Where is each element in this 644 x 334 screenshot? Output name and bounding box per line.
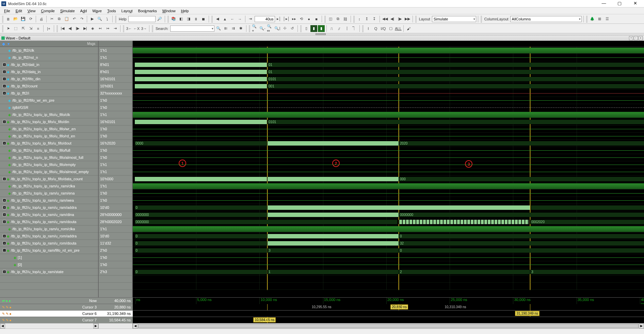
cursor3-track[interactable]: 10,295.55 ns 20,880 ns 10,310.349 ns xyxy=(133,304,644,310)
library-icon[interactable]: 📚 xyxy=(170,16,177,22)
menu-file[interactable]: File xyxy=(1,8,13,14)
break-icon[interactable]: ⏸ xyxy=(193,16,199,22)
prev-edge-icon[interactable]: ◀| xyxy=(389,16,396,22)
compile-icon[interactable]: ▶ xyxy=(89,16,96,22)
menu-compile[interactable]: Compile xyxy=(38,8,57,14)
expand-toggle-icon[interactable]: + xyxy=(3,270,6,273)
new-icon[interactable]: 🗎 xyxy=(5,16,12,22)
back-icon[interactable]: ◀ xyxy=(214,16,221,22)
signal-row[interactable]: +◆/tb_ip_fft2/u_top/u_ip_ram/u_rom/douta xyxy=(0,240,98,247)
analog-4-icon[interactable]: ⏋ xyxy=(351,25,358,32)
right-icon[interactable]: → xyxy=(237,16,243,22)
search-clear-icon[interactable]: ✱ xyxy=(238,25,244,32)
cut-icon[interactable]: ✂ xyxy=(48,16,55,22)
signal-row[interactable]: +◆/tb_ip_fft2/fifo_din xyxy=(0,76,98,83)
wave-dock-button[interactable]: + xyxy=(629,36,633,40)
signal-row[interactable]: +◆/tb_ip_fft2/count xyxy=(0,83,98,90)
detail-icon[interactable]: ☰ xyxy=(604,16,611,22)
signal-row[interactable]: +◆/tb_ip_fft2/u_top/u_ip_ram/u_rom/addra xyxy=(0,233,98,240)
pointer-icon[interactable]: ➤ xyxy=(5,25,12,32)
open-icon[interactable]: 📂 xyxy=(12,16,19,22)
cursor7-row[interactable]: ✎ ✎ ●Cursor 7 10,584.45 ns 10,584.45 ns xyxy=(0,317,644,323)
signal-row[interactable]: ◆/tb_ip_fft2/clk xyxy=(0,47,98,54)
layout-combo[interactable]: Simulate xyxy=(432,16,476,22)
toolbar-grip[interactable] xyxy=(57,25,58,32)
scroll-left-arrow-icon[interactable]: ◀ xyxy=(0,323,5,329)
expand-toggle-icon[interactable]: + xyxy=(3,199,6,202)
float-icon[interactable]: ⧉ xyxy=(335,16,341,22)
zoom-in-icon[interactable]: 🔍+ xyxy=(252,25,258,32)
menu-bookmarks[interactable]: Bookmarks xyxy=(135,8,160,14)
signal-row[interactable]: ◆[1] xyxy=(0,254,98,261)
waveview-1-icon[interactable]: ▯ xyxy=(303,25,310,32)
toolbar-grip[interactable] xyxy=(152,25,153,32)
zoom-sel-icon[interactable]: ☩ xyxy=(281,25,288,32)
reload-icon[interactable]: ⟳ xyxy=(27,16,34,22)
search-combo[interactable] xyxy=(170,26,214,32)
goto-icon[interactable]: ⇥ xyxy=(112,25,118,32)
search-next-icon[interactable]: ⇉ xyxy=(230,25,237,32)
menu-view[interactable]: View xyxy=(25,8,38,14)
zoom-cursor-icon[interactable]: 🔍| xyxy=(274,25,281,32)
zoom-last-icon[interactable]: ↺ xyxy=(289,25,296,32)
center-cursor-icon[interactable]: ◈ xyxy=(89,25,96,32)
up-icon[interactable]: ▲ xyxy=(222,16,228,22)
toggle-q-icon[interactable]: Q xyxy=(372,25,379,32)
jump-next-edge-icon[interactable]: |▶ xyxy=(74,25,81,32)
expand-toggle-icon[interactable]: + xyxy=(3,206,6,209)
signal-row[interactable]: +◆/tb_ip_fft2/u_top/u_ip_fifo/u_fifo/dou… xyxy=(0,140,98,147)
signal-row[interactable]: +◆/tb_ip_fft2/u_top/u_ip_fifo/u_fifo/din xyxy=(0,118,98,126)
column-layout-combo[interactable]: AllColumns xyxy=(510,16,582,22)
signal-row[interactable]: ◆/tb_ip_fft2/u_top/u_ip_fifo/u_fifo/almo… xyxy=(0,168,98,176)
cursor6-row[interactable]: ✎ ✎ ●Cursor 6 31,190.349 ns 31,190.349 n… xyxy=(0,310,644,317)
next-ann-icon[interactable]: ↣ xyxy=(104,25,111,32)
toolbar-grip[interactable] xyxy=(123,25,124,32)
menu-wave[interactable]: Wave xyxy=(90,8,104,14)
expand-toggle-icon[interactable]: + xyxy=(3,70,6,73)
edge3-icon[interactable]: ≡ xyxy=(35,25,42,32)
signal-row[interactable]: ◆/tb_ip_fft2/u_top/u_ip_ram/u_ram/clka xyxy=(0,183,98,190)
analog-1-icon[interactable]: ⎍ xyxy=(328,25,335,32)
signal-row[interactable]: +◆/tb_ip_fft2/u_top/u_ip_ram/u_ram/addra xyxy=(0,204,98,211)
toolbar-scroll-thumb[interactable] xyxy=(316,33,326,35)
menu-add[interactable]: Add xyxy=(78,8,90,14)
toggle-all-icon[interactable]: ALL xyxy=(395,25,402,32)
save-icon[interactable]: 💾 xyxy=(20,16,27,22)
help-input[interactable] xyxy=(128,16,156,22)
minimize-button[interactable]: — xyxy=(599,0,609,7)
break2-icon[interactable]: ● xyxy=(306,16,312,22)
signal-row[interactable]: ◆/tb_ip_fft2/u_top/u_ip_fifo/u_fifo/clk xyxy=(0,111,98,118)
signal-row[interactable]: -◆/tb_ip_fft2/u_top/u_ip_ram/fifo_rd_en_… xyxy=(0,247,98,254)
signal-row[interactable]: ◆/tb_ip_fft2/u_top/u_ip_fifo/u_fifo/empt… xyxy=(0,161,98,168)
left-icon[interactable]: ← xyxy=(229,16,236,22)
sim-icon[interactable]: ◨ xyxy=(185,16,192,22)
edge2-icon[interactable]: ⇲ xyxy=(27,25,34,32)
toolbar-grip[interactable] xyxy=(300,25,302,32)
expand-toggle-icon[interactable]: + xyxy=(3,77,6,81)
find-icon[interactable]: 🔍 xyxy=(96,16,103,22)
toggle-i-icon[interactable]: I xyxy=(365,25,372,32)
step-icon[interactable]: ⇥ xyxy=(247,16,254,22)
signal-row[interactable]: ◆[0] xyxy=(0,261,98,268)
signal-row[interactable]: ◆/tb_ip_fft2/u_top/u_ip_ram/u_ram/ena xyxy=(0,190,98,197)
toolbar-grip[interactable] xyxy=(2,16,3,22)
menu-tools[interactable]: Tools xyxy=(104,8,119,14)
continue-icon[interactable]: ▸▸ xyxy=(291,16,297,22)
run-length-input[interactable] xyxy=(255,16,275,22)
jump-last-edge-icon[interactable]: ▶| xyxy=(82,25,88,32)
search-prev-icon[interactable]: ⇇ xyxy=(223,25,229,32)
jump-first-edge-icon[interactable]: |◀ xyxy=(59,25,66,32)
signal-row[interactable]: +◆/tb_ip_fft2/u_top/u_ip_ram/u_ram/douta xyxy=(0,218,98,226)
wave-scroll-right-icon[interactable]: ▶ xyxy=(639,323,644,329)
edge1-icon[interactable]: ⇱ xyxy=(20,25,27,32)
search-go-icon[interactable]: 🔍 xyxy=(215,25,222,32)
wave-close-button[interactable]: × xyxy=(639,36,643,40)
expand-toggle-icon[interactable]: + xyxy=(3,91,6,95)
toggle-box-icon[interactable]: ▢ xyxy=(387,25,394,32)
signal-row[interactable]: +◆/tb_ip_fft2/u_top/u_ip_fifo/u_fifo/dat… xyxy=(0,176,98,183)
expand-toggle-icon[interactable]: + xyxy=(3,213,6,216)
scroll-right-arrow-icon[interactable]: ▶ xyxy=(93,323,98,329)
signal-row[interactable]: +◆/tb_ip_fft2/u_top/u_ip_ram/u_ram/wea xyxy=(0,197,98,204)
expand-toggle-icon[interactable]: + xyxy=(3,220,6,223)
paste-icon[interactable]: 📋 xyxy=(63,16,70,22)
